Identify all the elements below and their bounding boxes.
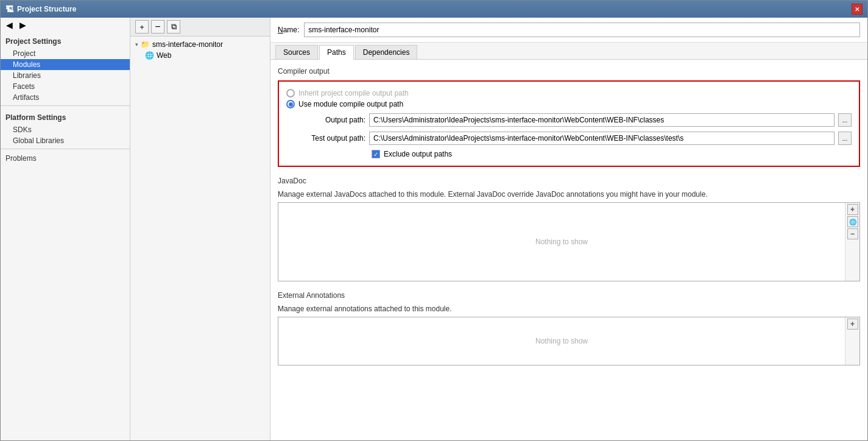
module-tree-panel: + − ⧉ ▾ 📁 sms-interface-monitor 🌐	[130, 18, 270, 440]
javadoc-title: JavaDoc	[278, 177, 860, 185]
javadoc-add-button[interactable]: +	[847, 204, 858, 215]
web-icon: 🌐	[145, 51, 154, 60]
test-output-path-browse-button[interactable]: ...	[838, 132, 852, 145]
javadoc-desc: Manage external JavaDocs attached to thi…	[278, 190, 860, 199]
sidebar-item-problems[interactable]: Problems	[1, 152, 130, 165]
browse-icon: ...	[842, 117, 847, 124]
module-web-item[interactable]: 🌐 Web	[130, 50, 270, 61]
sidebar-item-label: Artifacts	[13, 93, 39, 102]
module-root-label: sms-interface-monitor	[152, 40, 223, 49]
sidebar-item-label: SDKs	[13, 125, 32, 134]
ext-ann-add-button[interactable]: +	[847, 319, 858, 330]
javadoc-remove-button[interactable]: −	[847, 228, 858, 239]
browse-icon: ...	[842, 135, 847, 142]
sidebar-item-label: Facets	[13, 82, 35, 91]
external-annotations-section: External Annotations Manage external ann…	[278, 291, 860, 365]
sidebar: ◀ ▶ Project Settings Project Modules Lib…	[1, 18, 130, 440]
remove-module-button[interactable]: −	[151, 20, 164, 34]
exclude-output-paths-checkbox[interactable]	[372, 150, 380, 158]
external-annotations-list-box: Nothing to show +	[278, 317, 860, 365]
project-settings-header: Project Settings	[1, 35, 130, 48]
minus-icon: −	[155, 22, 160, 32]
add-module-button[interactable]: +	[135, 20, 149, 34]
name-label: Name:	[278, 26, 299, 34]
output-path-label: Output path:	[286, 116, 365, 124]
compiler-output-box: Inherit project compile output path Use …	[278, 80, 860, 167]
test-output-path-label: Test output path:	[286, 134, 365, 143]
plus-icon: +	[139, 23, 144, 32]
module-tree: ▾ 📁 sms-interface-monitor 🌐 Web	[130, 37, 270, 440]
test-output-path-row: Test output path: ...	[286, 132, 852, 145]
sidebar-item-label: Global Libraries	[13, 136, 64, 145]
inherit-radio-row: Inherit project compile output path	[286, 89, 852, 97]
tab-dependencies[interactable]: Dependencies	[355, 45, 418, 59]
app-icon: 🏗	[5, 5, 13, 14]
output-path-browse-button[interactable]: ...	[838, 113, 852, 127]
sidebar-item-label: Project	[13, 49, 35, 58]
sidebar-item-label: Libraries	[13, 71, 41, 80]
name-bar: Name:	[270, 18, 867, 43]
problems-label: Problems	[5, 154, 37, 163]
exclude-output-paths-row: Exclude output paths	[286, 150, 852, 158]
tabs-bar: Sources Paths Dependencies	[270, 43, 867, 60]
back-button[interactable]: ◀	[3, 19, 15, 31]
folder-icon: 📁	[141, 40, 150, 49]
use-module-radio-row: Use module compile output path	[286, 100, 852, 108]
javadoc-add-url-button[interactable]: 🌐	[847, 216, 858, 227]
sidebar-item-sdks[interactable]: SDKs	[1, 124, 130, 135]
sidebar-item-facets[interactable]: Facets	[1, 81, 130, 92]
module-name-input[interactable]	[304, 23, 860, 37]
sidebar-item-global-libraries[interactable]: Global Libraries	[1, 135, 130, 146]
title-bar: 🏗 Project Structure ✕	[1, 1, 867, 18]
divider	[1, 105, 130, 106]
javadoc-toolbar: + 🌐 −	[845, 203, 859, 281]
divider2	[1, 149, 130, 149]
use-module-radio-label: Use module compile output path	[298, 100, 403, 108]
exclude-output-paths-label: Exclude output paths	[384, 150, 452, 158]
module-toolbar: + − ⧉	[130, 18, 270, 37]
javadoc-section: JavaDoc Manage external JavaDocs attache…	[278, 177, 860, 281]
external-annotations-toolbar: +	[845, 317, 859, 365]
copy-module-button[interactable]: ⧉	[167, 20, 180, 34]
sidebar-item-project[interactable]: Project	[1, 48, 130, 59]
output-path-row: Output path: ...	[286, 113, 852, 127]
tab-paths[interactable]: Paths	[319, 45, 354, 60]
compiler-output-title: Compiler output	[278, 67, 860, 76]
inherit-radio[interactable]	[286, 89, 295, 97]
sidebar-item-artifacts[interactable]: Artifacts	[1, 92, 130, 103]
main-content-panel: Name: Sources Paths Dependencies Compile…	[270, 18, 867, 440]
external-annotations-empty-label: Nothing to show	[535, 337, 588, 345]
test-output-path-input[interactable]	[369, 132, 834, 145]
javadoc-list-box: Nothing to show + 🌐 −	[278, 202, 860, 281]
sidebar-item-label: Modules	[13, 60, 40, 69]
external-annotations-desc: Manage external annotations attached to …	[278, 305, 860, 313]
window-title: Project Structure	[17, 5, 76, 13]
title-bar-content: 🏗 Project Structure	[5, 5, 76, 14]
output-path-input[interactable]	[369, 113, 834, 127]
sidebar-item-libraries[interactable]: Libraries	[1, 70, 130, 81]
collapse-icon: ▾	[135, 41, 138, 48]
nav-arrows: ◀ ▶	[1, 18, 130, 32]
paths-panel-content: Compiler output Inherit project compile …	[270, 60, 867, 440]
external-annotations-title: External Annotations	[278, 291, 860, 300]
forward-button[interactable]: ▶	[16, 19, 29, 31]
module-web-label: Web	[157, 51, 171, 60]
tab-sources[interactable]: Sources	[275, 45, 318, 59]
project-structure-window: 🏗 Project Structure ✕ ◀ ▶ Project Settin…	[0, 0, 868, 441]
module-root-item[interactable]: ▾ 📁 sms-interface-monitor	[130, 39, 270, 50]
copy-icon: ⧉	[171, 22, 177, 32]
close-button[interactable]: ✕	[852, 4, 863, 15]
inherit-radio-label: Inherit project compile output path	[298, 89, 409, 97]
use-module-radio[interactable]	[286, 100, 295, 108]
sidebar-item-modules[interactable]: Modules	[1, 59, 130, 70]
javadoc-empty-label: Nothing to show	[535, 238, 588, 246]
platform-settings-header: Platform Settings	[1, 111, 130, 124]
